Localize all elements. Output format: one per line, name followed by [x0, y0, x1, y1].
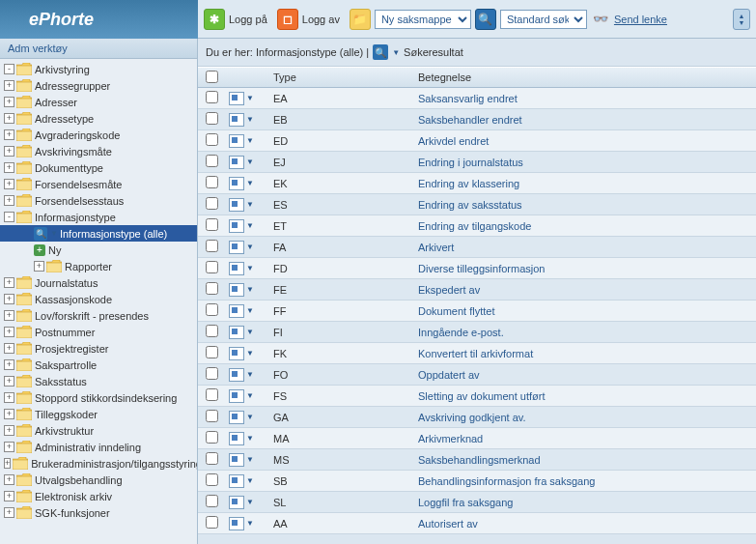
expand-icon[interactable]: +	[4, 97, 14, 107]
row-checkbox[interactable]	[206, 495, 218, 507]
expand-icon[interactable]: +	[4, 392, 14, 403]
sidebar-item[interactable]: +Adressetype	[0, 110, 197, 127]
row-checkbox[interactable]	[206, 325, 218, 337]
row-checkbox[interactable]	[206, 516, 218, 529]
sidebar-item[interactable]: +Forsendelsesmåte	[0, 176, 197, 192]
document-icon[interactable]	[229, 496, 244, 509]
expand-icon[interactable]: -	[4, 64, 14, 74]
document-icon[interactable]	[229, 177, 244, 190]
expand-icon[interactable]: +	[4, 146, 14, 157]
sidebar-item[interactable]: 🔍▼Informasjonstype (alle)	[0, 225, 197, 242]
row-checkbox[interactable]	[206, 303, 218, 316]
document-icon[interactable]	[229, 304, 244, 318]
expand-icon[interactable]: +	[4, 129, 14, 140]
document-icon[interactable]	[229, 219, 244, 233]
expand-icon[interactable]: +	[4, 376, 14, 387]
logon-icon[interactable]: ✱	[204, 9, 225, 30]
breadcrumb-search-icon[interactable]: 🔍	[373, 44, 388, 60]
newcase-select[interactable]: Ny saksmappe	[375, 10, 471, 29]
document-icon[interactable]	[229, 453, 244, 467]
sidebar-item[interactable]: +Utvalgsbehandling	[0, 472, 197, 488]
expand-icon[interactable]: +	[4, 162, 14, 173]
row-checkbox[interactable]	[206, 197, 218, 210]
chevron-down-icon[interactable]: ▼	[50, 229, 58, 238]
sidebar-item[interactable]: +Postnummer	[0, 324, 197, 340]
row-menu-icon[interactable]: ▼	[246, 157, 254, 166]
row-menu-icon[interactable]: ▼	[246, 455, 254, 464]
cell-desc-link[interactable]: Konvertert til arkivformat	[418, 348, 533, 359]
sidebar-item[interactable]: +Rapporter	[0, 258, 197, 274]
expand-icon[interactable]: +	[4, 195, 14, 206]
row-menu-icon[interactable]: ▼	[246, 349, 254, 358]
document-icon[interactable]	[229, 432, 244, 445]
row-menu-icon[interactable]: ▼	[246, 476, 254, 485]
expand-icon[interactable]: +	[4, 277, 14, 288]
sidebar-item[interactable]: +Tilleggskoder	[0, 406, 197, 422]
cell-desc-link[interactable]: Arkivdel endret	[418, 135, 489, 147]
row-menu-icon[interactable]: ▼	[246, 434, 254, 443]
sidebar-item[interactable]: +Adressegrupper	[0, 77, 197, 94]
sidebar-item[interactable]: +Forsendelsesstaus	[0, 192, 197, 209]
row-checkbox[interactable]	[206, 282, 218, 295]
expand-icon[interactable]: -	[4, 212, 14, 222]
row-checkbox[interactable]	[206, 240, 218, 252]
scroll-toggle[interactable]: ▲▼	[733, 9, 750, 30]
row-checkbox[interactable]	[206, 367, 218, 380]
row-menu-icon[interactable]: ▼	[246, 413, 254, 421]
document-icon[interactable]	[229, 283, 244, 297]
cell-desc-link[interactable]: Saksbehandler endret	[418, 114, 522, 126]
expand-icon[interactable]: +	[4, 442, 14, 452]
row-checkbox[interactable]	[206, 155, 218, 167]
cell-desc-link[interactable]: Sletting av dokument utført	[418, 390, 545, 402]
cell-desc-link[interactable]: Endring av tilgangskode	[418, 220, 531, 232]
cell-desc-link[interactable]: Inngående e-post.	[418, 327, 504, 338]
sidebar-item[interactable]: +Journalstatus	[0, 274, 197, 291]
expand-icon[interactable]: +	[4, 359, 14, 370]
expand-icon[interactable]: +	[4, 310, 14, 321]
document-icon[interactable]	[229, 347, 244, 360]
sidebar-item[interactable]: +Adresser	[0, 94, 197, 110]
col-header-desc[interactable]: Betegnelse	[414, 72, 756, 83]
sidebar-item[interactable]: +Saksstatus	[0, 373, 197, 389]
cell-desc-link[interactable]: Diverse tilleggsinformasjon	[418, 263, 545, 274]
sidebar-item[interactable]: +Elektronisk arkiv	[0, 488, 197, 504]
sidebar-item[interactable]: +Ny	[0, 242, 197, 258]
cell-desc-link[interactable]: Dokument flyttet	[418, 305, 494, 317]
sidebar-item[interactable]: +Sakspartrolle	[0, 357, 197, 373]
cell-desc-link[interactable]: Saksansvarlig endret	[418, 93, 518, 104]
logon-label[interactable]: Logg på	[229, 14, 267, 25]
sidebar-item[interactable]: +Avskrivingsmåte	[0, 143, 197, 159]
row-menu-icon[interactable]: ▼	[246, 306, 254, 315]
sidebar-item[interactable]: +Prosjektregister	[0, 340, 197, 357]
cell-desc-link[interactable]: Arkivmerknad	[418, 433, 483, 444]
row-checkbox[interactable]	[206, 91, 218, 103]
row-checkbox[interactable]	[206, 388, 218, 401]
sidebar-item[interactable]: -Arkivstyring	[0, 61, 197, 77]
sidebar-item[interactable]: +Dokumenttype	[0, 159, 197, 176]
send-link[interactable]: Send lenke	[614, 14, 667, 25]
cell-desc-link[interactable]: Avskriving godkjent av.	[418, 412, 525, 423]
document-icon[interactable]	[229, 517, 244, 530]
expand-icon[interactable]: +	[4, 458, 11, 469]
document-icon[interactable]	[229, 241, 244, 254]
row-menu-icon[interactable]: ▼	[246, 243, 254, 251]
row-menu-icon[interactable]: ▼	[246, 221, 254, 230]
row-checkbox[interactable]	[206, 133, 218, 146]
document-icon[interactable]	[229, 326, 244, 339]
cell-desc-link[interactable]: Autorisert av	[418, 518, 478, 530]
row-checkbox[interactable]	[206, 473, 218, 486]
sidebar-item[interactable]: +Avgraderingskode	[0, 127, 197, 143]
new-folder-icon[interactable]: 📁	[350, 9, 371, 30]
breadcrumb-dropdown-icon[interactable]: ▼	[392, 48, 400, 57]
search-select[interactable]: Standard søk	[500, 10, 587, 29]
document-icon[interactable]	[229, 156, 244, 169]
expand-icon[interactable]: +	[4, 294, 14, 304]
row-checkbox[interactable]	[206, 431, 218, 444]
row-menu-icon[interactable]: ▼	[246, 179, 254, 187]
row-menu-icon[interactable]: ▼	[246, 285, 254, 294]
sidebar-item[interactable]: +Administrativ inndeling	[0, 439, 197, 455]
expand-icon[interactable]: +	[4, 474, 14, 485]
expand-icon[interactable]: +	[4, 409, 14, 419]
search-icon[interactable]: 🔍	[475, 9, 496, 30]
document-icon[interactable]	[229, 262, 244, 275]
